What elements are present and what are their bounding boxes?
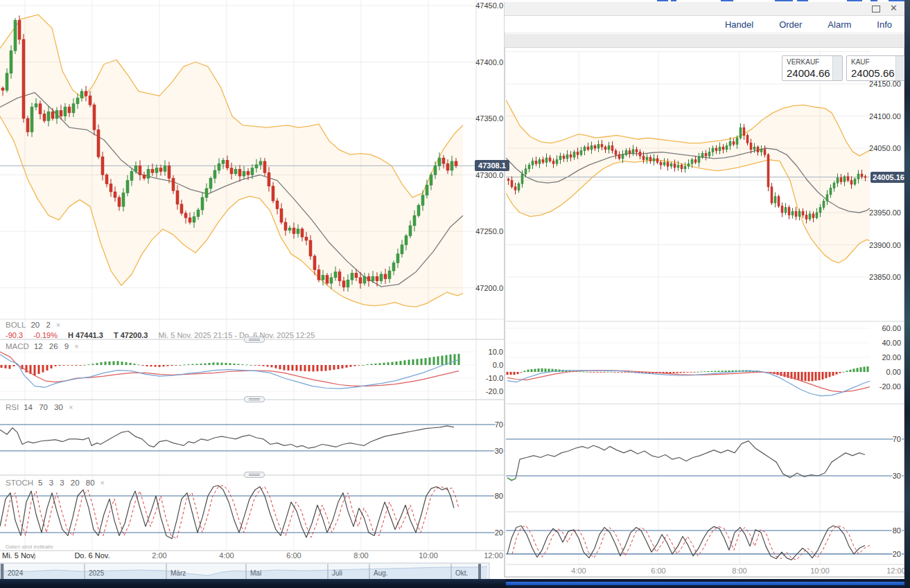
svg-text:20: 20 <box>495 528 503 537</box>
right-macd-panel[interactable] <box>506 322 870 403</box>
svg-text:): ) <box>33 552 35 560</box>
svg-text:8:00: 8:00 <box>353 551 368 560</box>
svg-text:23950.00: 23950.00 <box>869 208 901 217</box>
left-navigator[interactable] <box>0 563 489 579</box>
time-range: Mi. 5 Nov. 2025 21:15 - Do. 6 Nov. 2025 … <box>159 331 315 339</box>
svg-text:-20.00: -20.00 <box>880 382 901 391</box>
last-price-badge-left: 47308.1 <box>475 160 509 171</box>
close-icon[interactable]: ✕ <box>890 4 898 12</box>
svg-text:-10.0: -10.0 <box>486 374 503 382</box>
menu-item-info[interactable]: Info <box>877 19 892 30</box>
clipped-quote-text <box>671 0 676 1</box>
svg-text:12:00: 12:00 <box>886 567 906 575</box>
menu-item-order[interactable]: Order <box>779 19 802 30</box>
svg-text:47450.0: 47450.0 <box>475 1 503 10</box>
svg-text:47300.0: 47300.0 <box>475 171 503 179</box>
svg-text:6:00: 6:00 <box>286 551 301 560</box>
window-menubar: Handel Order Alarm Info <box>505 16 904 33</box>
trading-platform-screen: 20242025MärzMaiJuliAug.Okt.47450.047400.… <box>0 0 910 588</box>
svg-text:4:00: 4:00 <box>219 551 234 560</box>
boll-legend: BOLL20 2× <box>6 321 60 329</box>
svg-text:6:00: 6:00 <box>651 567 665 575</box>
svg-text:70: 70 <box>495 420 503 429</box>
svg-text:0.00: 0.00 <box>886 368 901 376</box>
taskbar-highlight <box>506 582 904 585</box>
svg-text:0.0: 0.0 <box>493 361 503 369</box>
svg-text:-20.0: -20.0 <box>486 387 503 395</box>
left-rsi-panel[interactable] <box>0 400 475 474</box>
taskbar[interactable] <box>0 579 506 588</box>
boll-stats-row: -90.3 -0.19% H 47441.3 T 47200.3 Mi. 5 N… <box>6 331 315 339</box>
boll-legend-name: BOLL <box>6 321 26 329</box>
last-price-badge-right: 24005.16 <box>870 172 907 183</box>
svg-text:47400.0: 47400.0 <box>475 58 503 66</box>
svg-text:23900.00: 23900.00 <box>869 241 901 249</box>
svg-text:30: 30 <box>495 447 503 455</box>
svg-text:47200.0: 47200.0 <box>475 284 503 292</box>
svg-text:40.00: 40.00 <box>882 339 901 347</box>
svg-text:20.00: 20.00 <box>882 353 901 362</box>
svg-text:2:00: 2:00 <box>152 551 166 560</box>
svg-text:10.0: 10.0 <box>489 348 503 356</box>
svg-text:47350.0: 47350.0 <box>475 114 503 123</box>
svg-text:10:00: 10:00 <box>810 567 830 575</box>
clipped-quote-text <box>657 0 668 1</box>
clipped-quote-text <box>775 0 793 1</box>
left-stoch-panel[interactable] <box>0 476 475 550</box>
svg-text:4:00: 4:00 <box>571 567 586 575</box>
svg-text:20: 20 <box>893 550 901 558</box>
svg-text:60.00: 60.00 <box>882 324 901 332</box>
boll-close-icon[interactable]: × <box>56 321 60 329</box>
svg-text:80: 80 <box>495 492 503 500</box>
menu-item-alarm[interactable]: Alarm <box>828 19 851 30</box>
svg-text:80: 80 <box>893 526 901 535</box>
session-high: H 47441.3 <box>68 331 103 339</box>
svg-text:Mi. 5 Nov.: Mi. 5 Nov. <box>2 551 36 560</box>
clipped-quote-text <box>889 0 904 1</box>
svg-text:70: 70 <box>893 435 901 443</box>
clipped-quote-text <box>721 0 733 1</box>
right-rsi-panel[interactable] <box>506 404 870 511</box>
svg-text:30: 30 <box>893 472 901 480</box>
svg-text:24050.00: 24050.00 <box>869 144 901 152</box>
window-titlebar[interactable]: ✕ <box>505 2 904 16</box>
svg-text:10:00: 10:00 <box>419 551 438 560</box>
buy-button-strip <box>895 56 905 80</box>
svg-text:12:00: 12:00 <box>484 551 503 560</box>
menu-item-handel[interactable]: Handel <box>725 19 753 30</box>
clipped-quote-text <box>847 0 862 1</box>
clipped-quote-text <box>870 0 877 1</box>
svg-text:8:00: 8:00 <box>732 567 746 575</box>
left-main-chart[interactable] <box>0 0 475 319</box>
taskbar[interactable] <box>506 579 904 588</box>
maximize-icon[interactable] <box>872 6 880 12</box>
toolbar-strip <box>505 34 904 48</box>
right-stoch-panel[interactable] <box>506 513 870 564</box>
svg-text:24100.00: 24100.00 <box>869 112 901 121</box>
change-absolute: -90.3 <box>6 331 23 339</box>
svg-text:47250.0: 47250.0 <box>475 227 503 235</box>
svg-text:23850.00: 23850.00 <box>869 273 901 281</box>
session-low: T 47200.3 <box>114 331 148 339</box>
left-macd-panel[interactable] <box>0 340 475 399</box>
change-percent: -0.19% <box>33 331 58 339</box>
svg-text:Do. 6 Nov.: Do. 6 Nov. <box>74 551 110 560</box>
right-main-chart[interactable] <box>506 47 870 320</box>
clipped-quote-text <box>797 0 808 1</box>
boll-legend-params: 20 2 <box>30 321 50 329</box>
desktop-edge-strip <box>904 0 910 588</box>
